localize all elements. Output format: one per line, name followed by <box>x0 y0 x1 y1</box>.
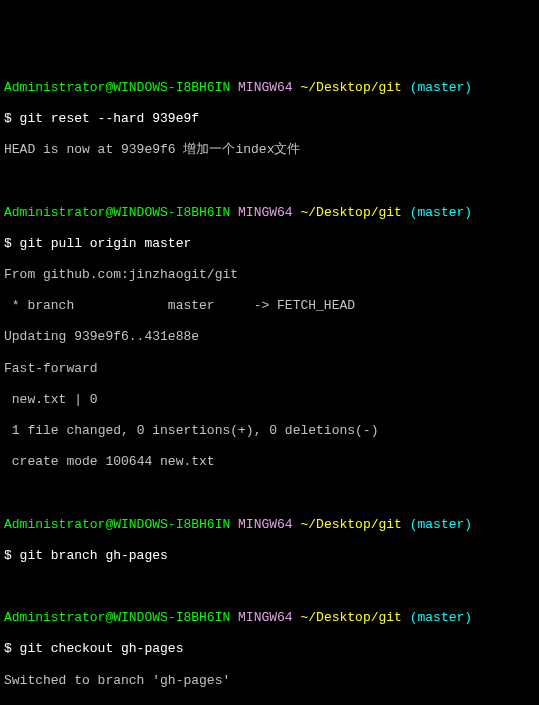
prompt-path: ~/Desktop/git <box>300 517 401 532</box>
prompt-branch: (master) <box>410 610 472 625</box>
prompt-branch: (master) <box>410 517 472 532</box>
prompt-user: Administrator@WINDOWS-I8BH6IN <box>4 205 230 220</box>
prompt-branch: (master) <box>410 80 472 95</box>
prompt-host: MINGW64 <box>238 610 293 625</box>
output-text: new.txt | 0 <box>4 392 535 408</box>
prompt-line: Administrator@WINDOWS-I8BH6IN MINGW64 ~/… <box>4 610 535 626</box>
prompt-host: MINGW64 <box>238 205 293 220</box>
prompt-branch: (master) <box>410 205 472 220</box>
output-text: * branch master -> FETCH_HEAD <box>4 298 535 314</box>
output-text: 1 file changed, 0 insertions(+), 0 delet… <box>4 423 535 439</box>
prompt-line: Administrator@WINDOWS-I8BH6IN MINGW64 ~/… <box>4 80 535 96</box>
prompt-user: Administrator@WINDOWS-I8BH6IN <box>4 610 230 625</box>
output-text: Updating 939e9f6..431e88e <box>4 329 535 345</box>
prompt-path: ~/Desktop/git <box>300 80 401 95</box>
output-text: HEAD is now at 939e9f6 增加一个index文件 <box>4 142 535 158</box>
output-text: Switched to branch 'gh-pages' <box>4 673 535 689</box>
prompt-line: Administrator@WINDOWS-I8BH6IN MINGW64 ~/… <box>4 205 535 221</box>
output-text: Fast-forward <box>4 361 535 377</box>
command-text: $ git pull origin master <box>4 236 535 252</box>
prompt-host: MINGW64 <box>238 80 293 95</box>
command-text: $ git reset --hard 939e9f <box>4 111 535 127</box>
terminal-output[interactable]: Administrator@WINDOWS-I8BH6IN MINGW64 ~/… <box>4 64 535 705</box>
output-text: create mode 100644 new.txt <box>4 454 535 470</box>
prompt-host: MINGW64 <box>238 517 293 532</box>
output-text: From github.com:jinzhaogit/git <box>4 267 535 283</box>
prompt-path: ~/Desktop/git <box>300 610 401 625</box>
command-text: $ git branch gh-pages <box>4 548 535 564</box>
prompt-user: Administrator@WINDOWS-I8BH6IN <box>4 517 230 532</box>
command-text: $ git checkout gh-pages <box>4 641 535 657</box>
prompt-path: ~/Desktop/git <box>300 205 401 220</box>
prompt-line: Administrator@WINDOWS-I8BH6IN MINGW64 ~/… <box>4 517 535 533</box>
prompt-user: Administrator@WINDOWS-I8BH6IN <box>4 80 230 95</box>
